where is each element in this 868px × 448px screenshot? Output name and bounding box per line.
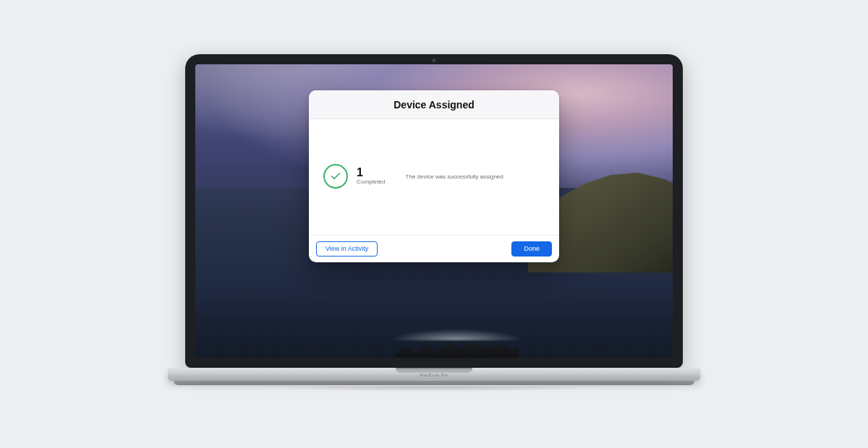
dialog-footer: View in Activity Done xyxy=(309,235,559,262)
laptop-mockup: Device Assigned 1 Completed The device w… xyxy=(159,54,709,394)
completed-label: Completed xyxy=(357,179,386,185)
status-row: 1 Completed The device was successfully … xyxy=(323,164,545,189)
laptop-lid: Device Assigned 1 Completed The device w… xyxy=(185,54,683,368)
laptop-shadow xyxy=(231,387,637,394)
wallpaper-foam xyxy=(377,324,536,340)
laptop-hinge: MacBook Pro xyxy=(168,368,700,381)
view-in-activity-button[interactable]: View in Activity xyxy=(316,241,378,257)
dialog-body: 1 Completed The device was successfully … xyxy=(309,119,559,235)
laptop-brand-label: MacBook Pro xyxy=(420,373,448,377)
device-assigned-dialog: Device Assigned 1 Completed The device w… xyxy=(309,90,559,262)
status-message: The device was successfully assigned. xyxy=(406,173,505,180)
completed-count: 1 xyxy=(357,167,386,179)
camera-dot xyxy=(433,59,436,62)
completed-count-block: 1 Completed xyxy=(357,167,386,185)
laptop-foot xyxy=(174,381,694,385)
checkmark-success-icon xyxy=(323,164,348,189)
trackpad-notch xyxy=(396,368,472,373)
done-button[interactable]: Done xyxy=(511,241,552,257)
dialog-title: Device Assigned xyxy=(309,90,559,119)
desktop-screen: Device Assigned 1 Completed The device w… xyxy=(195,64,673,358)
